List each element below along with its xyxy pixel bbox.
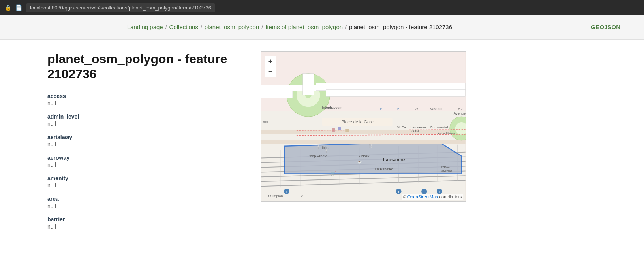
property-name-amenity: amenity xyxy=(47,175,245,181)
feature-details: planet_osm_polygon - feature 2102736 acc… xyxy=(47,51,245,237)
breadcrumb-wrapper: Landing page / Collections / planet_osm_… xyxy=(0,15,644,40)
svg-text:Activ Fitness: Activ Fitness xyxy=(438,132,456,135)
svg-rect-48 xyxy=(326,89,466,96)
svg-text:i: i xyxy=(398,189,399,193)
browser-bar: 🔒 📄 localhost:8080/qgis-server/wfs3/coll… xyxy=(0,0,644,15)
breadcrumb-sep-1: / xyxy=(165,24,167,30)
security-icon: 🔒 xyxy=(5,4,11,11)
property-value-access: null xyxy=(47,100,245,106)
svg-text:Place de la Gare: Place de la Gare xyxy=(341,119,373,124)
property-value-aeroway: null xyxy=(47,162,245,168)
property-name-barrier: barrier xyxy=(47,216,245,223)
property-value-area: null xyxy=(47,203,245,209)
svg-text:i: i xyxy=(424,189,424,193)
property-name-aeroway: aeroway xyxy=(47,155,245,161)
map-attribution: © OpenStreetMap © OpenStreetMap contribu… xyxy=(402,194,463,200)
zoom-out-button[interactable]: − xyxy=(265,66,276,77)
svg-text:☕: ☕ xyxy=(357,159,362,164)
svg-rect-6 xyxy=(316,83,466,91)
property-name-aerialway: aerialway xyxy=(47,134,245,140)
svg-text:Wild...: Wild... xyxy=(441,165,450,168)
svg-text:k.kiosk: k.kiosk xyxy=(359,154,370,158)
page-icon: 📄 xyxy=(15,4,22,11)
svg-text:Lausanne: Lausanne xyxy=(410,125,426,129)
breadcrumb-collections[interactable]: Collections xyxy=(169,24,198,30)
geojson-link[interactable]: GEOJSON xyxy=(591,24,632,30)
svg-text:P: P xyxy=(397,106,400,111)
property-name-admin-level: admin_level xyxy=(47,113,245,120)
svg-text:t Simplon: t Simplon xyxy=(268,194,283,198)
svg-text:Avenue: Avenue xyxy=(454,111,466,115)
breadcrumb-collection-name[interactable]: planet_osm_polygon xyxy=(205,24,259,30)
breadcrumb: Landing page / Collections / planet_osm_… xyxy=(12,15,591,39)
page-content: Landing page / Collections / planet_osm_… xyxy=(0,15,644,255)
svg-text:sse: sse xyxy=(263,120,268,124)
map-svg: Place de la Gare xyxy=(261,52,466,201)
svg-text:🛒: 🛒 xyxy=(331,171,336,176)
property-area: area null xyxy=(47,196,245,209)
map-zoom-controls: + − xyxy=(265,56,276,77)
property-barrier: barrier null xyxy=(47,216,245,230)
svg-text:i: i xyxy=(439,189,440,193)
property-access: access null xyxy=(47,93,245,106)
property-amenity: amenity null xyxy=(47,175,245,189)
svg-text:P: P xyxy=(380,106,383,111)
svg-text:29: 29 xyxy=(415,106,420,111)
svg-text:i: i xyxy=(286,189,287,193)
svg-rect-47 xyxy=(261,91,293,98)
feature-title: planet_osm_polygon - feature 2102736 xyxy=(47,51,245,82)
openstreetmap-link[interactable]: OpenStreetMap xyxy=(407,195,438,199)
property-name-access: access xyxy=(47,93,245,99)
property-aerialway: aerialway null xyxy=(47,134,245,147)
map-container[interactable]: + − Place de la Gare xyxy=(261,51,466,202)
svg-text:🍴: 🍴 xyxy=(368,143,373,148)
property-aeroway: aeroway null xyxy=(47,155,245,168)
svg-text:Vasano: Vasano xyxy=(430,107,442,111)
svg-text:Takeway: Takeway xyxy=(440,169,452,172)
breadcrumb-landing-page[interactable]: Landing page xyxy=(127,24,163,30)
breadcrumb-items[interactable]: Items of planet_osm_polygon xyxy=(265,24,343,30)
svg-text:Continental: Continental xyxy=(430,125,448,129)
main-body: planet_osm_polygon - feature 2102736 acc… xyxy=(0,40,644,249)
svg-rect-28 xyxy=(261,140,465,144)
property-name-area: area xyxy=(47,196,245,202)
svg-text:Le Panetier: Le Panetier xyxy=(375,167,393,171)
svg-text:🍴: 🍴 xyxy=(323,148,329,153)
svg-text:52: 52 xyxy=(458,106,463,111)
breadcrumb-sep-2: / xyxy=(201,24,202,30)
svg-text:Coop Pronto: Coop Pronto xyxy=(308,154,327,158)
zoom-in-button[interactable]: + xyxy=(265,56,276,66)
svg-text:McCa...: McCa... xyxy=(397,125,409,129)
property-value-admin-level: null xyxy=(47,121,245,127)
property-value-barrier: null xyxy=(47,223,245,230)
svg-text:🍴: 🍴 xyxy=(315,144,321,149)
breadcrumb-sep-3: / xyxy=(261,24,263,30)
property-admin-level: admin_level null xyxy=(47,113,245,127)
svg-text:32: 32 xyxy=(299,194,303,198)
svg-text:Lausanne: Lausanne xyxy=(383,157,405,162)
svg-rect-46 xyxy=(303,74,314,95)
url-bar[interactable]: localhost:8080/qgis-server/wfs3/collecti… xyxy=(26,3,215,12)
breadcrumb-current: planet_osm_polygon - feature 2102736 xyxy=(349,24,452,30)
svg-text:Interdiscount: Interdiscount xyxy=(322,106,343,110)
breadcrumb-sep-4: / xyxy=(345,24,347,30)
property-value-aerialway: null xyxy=(47,141,245,147)
property-value-amenity: null xyxy=(47,182,245,189)
